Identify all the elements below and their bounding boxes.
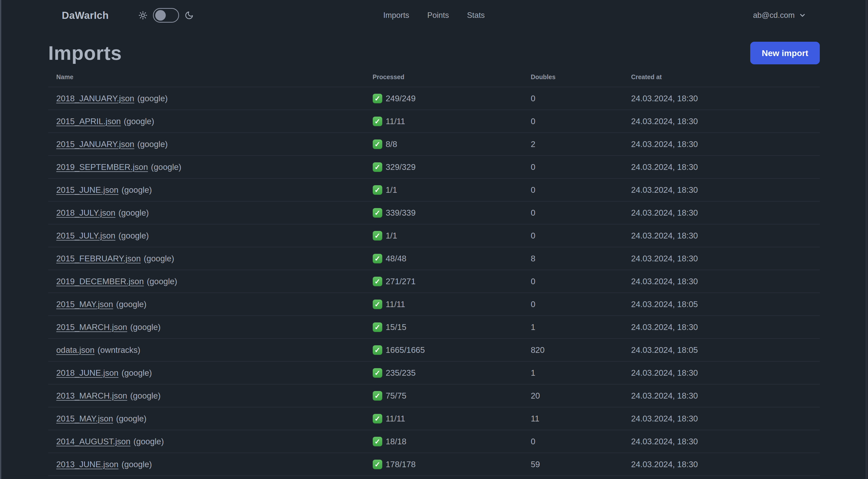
- import-source-label: (google): [124, 117, 154, 126]
- green-check-icon: ✓: [373, 368, 382, 378]
- doubles-count: 0: [523, 110, 623, 133]
- import-file-link[interactable]: 2013_MARCH.json: [56, 391, 127, 400]
- column-header-doubles: Doubles: [523, 69, 623, 87]
- name-cell: 2015_MARCH.json(google): [48, 316, 365, 338]
- processed-cell: ✓ 8/8: [365, 133, 523, 155]
- nav-link-points[interactable]: Points: [427, 11, 449, 20]
- green-check-icon: ✓: [373, 185, 382, 195]
- import-file-link[interactable]: 2015_MARCH.json: [56, 323, 127, 332]
- doubles-count: 2: [523, 133, 623, 155]
- import-file-link[interactable]: 2019_SEPTEMBER.json: [56, 162, 148, 172]
- name-cell: 2013_JUNE.json(google): [48, 453, 365, 476]
- column-header-created-at: Created at: [623, 69, 820, 87]
- processed-cell: ✓ 329/329: [365, 155, 523, 178]
- window-edge-left: [0, 0, 1, 479]
- import-file-link[interactable]: 2018_JUNE.json: [56, 368, 119, 378]
- theme-switch[interactable]: [153, 8, 179, 23]
- processed-count: 8/8: [386, 140, 397, 149]
- processed-count: 339/339: [386, 208, 416, 218]
- processed-cell: ✓ 75/75: [365, 384, 523, 407]
- import-source-label: (google): [122, 460, 152, 469]
- table-row: ✓: [48, 476, 820, 479]
- green-check-icon: ✓: [373, 277, 382, 286]
- created-at-value: 24.03.2024, 18:30: [623, 453, 820, 476]
- nav-link-stats[interactable]: Stats: [467, 11, 485, 20]
- sun-icon: [138, 11, 148, 20]
- table-row: 2014_AUGUST.json(google) ✓ 18/18 0 24.03…: [48, 430, 820, 453]
- table-row: 2019_SEPTEMBER.json(google) ✓ 329/329 0 …: [48, 155, 820, 178]
- processed-count: 178/178: [386, 460, 416, 469]
- green-check-icon: ✓: [373, 345, 382, 355]
- app-logo[interactable]: DaWarIch: [62, 10, 109, 21]
- import-file-link[interactable]: 2013_JUNE.json: [56, 460, 119, 469]
- name-cell: 2015_JULY.json(google): [48, 224, 365, 247]
- import-source-label: (google): [130, 323, 160, 332]
- import-source-label: (google): [122, 185, 152, 194]
- table-row: odata.json(owntracks) ✓ 1665/1665 820 24…: [48, 338, 820, 361]
- doubles-count: 1: [523, 316, 623, 338]
- processed-count: 329/329: [386, 162, 416, 172]
- table-row: 2015_JUNE.json(google) ✓ 1/1 0 24.03.202…: [48, 178, 820, 201]
- table-row: 2015_MAY.json(google) ✓ 11/11 0 24.03.20…: [48, 293, 820, 316]
- doubles-count: 0: [523, 430, 623, 453]
- name-cell: 2018_JANUARY.json(google): [48, 87, 365, 110]
- processed-count: 75/75: [386, 391, 407, 400]
- processed-count: 1/1: [386, 231, 397, 240]
- created-at-value: 24.03.2024, 18:30: [623, 430, 820, 453]
- processed-count: 11/11: [386, 300, 405, 309]
- processed-cell: ✓ 1665/1665: [365, 338, 523, 361]
- processed-count: 48/48: [386, 254, 407, 263]
- processed-cell: ✓: [365, 476, 523, 479]
- account-menu[interactable]: ab@cd.com: [753, 11, 806, 20]
- import-file-link[interactable]: 2018_JANUARY.json: [56, 94, 134, 103]
- import-source-label: (google): [122, 368, 152, 378]
- import-source-label: (google): [137, 140, 168, 149]
- processed-count: 11/11: [386, 414, 405, 423]
- created-at-value: 24.03.2024, 18:05: [623, 293, 820, 316]
- doubles-count: 0: [523, 201, 623, 224]
- processed-count: 15/15: [386, 323, 407, 332]
- table-row: 2015_JULY.json(google) ✓ 1/1 0 24.03.202…: [48, 224, 820, 247]
- table-row: 2015_MAY.json(google) ✓ 11/11 11 24.03.2…: [48, 407, 820, 430]
- import-source-label: (google): [116, 414, 147, 423]
- import-file-link[interactable]: 2018_JULY.json: [56, 208, 115, 217]
- table-row: 2015_APRIL.json(google) ✓ 11/11 0 24.03.…: [48, 110, 820, 133]
- processed-count: 235/235: [386, 368, 416, 378]
- chevron-down-icon: [799, 11, 806, 19]
- processed-count: 18/18: [386, 437, 407, 446]
- green-check-icon: ✓: [373, 94, 382, 103]
- import-file-link[interactable]: 2015_MAY.json: [56, 300, 113, 309]
- green-check-icon: ✓: [373, 300, 382, 309]
- nav-link-imports[interactable]: Imports: [383, 11, 409, 20]
- doubles-count: 0: [523, 293, 623, 316]
- doubles-count: 8: [523, 247, 623, 270]
- import-file-link[interactable]: 2019_DECEMBER.json: [56, 277, 144, 286]
- processed-cell: ✓ 339/339: [365, 201, 523, 224]
- import-file-link[interactable]: 2015_JUNE.json: [56, 185, 119, 194]
- import-file-link[interactable]: 2015_JANUARY.json: [56, 140, 134, 149]
- created-at-value: 24.03.2024, 18:30: [623, 407, 820, 430]
- import-file-link[interactable]: 2015_APRIL.json: [56, 117, 121, 126]
- doubles-count: 20: [523, 384, 623, 407]
- import-file-link[interactable]: 2015_FEBRUARY.json: [56, 254, 141, 263]
- table-body: 2018_JANUARY.json(google) ✓ 249/249 0 24…: [48, 87, 820, 479]
- import-file-link[interactable]: odata.json: [56, 345, 94, 355]
- green-check-icon: ✓: [373, 140, 382, 149]
- processed-count: 1/1: [386, 185, 397, 195]
- import-file-link[interactable]: 2015_MAY.json: [56, 414, 113, 423]
- table-row: 2013_MARCH.json(google) ✓ 75/75 20 24.03…: [48, 384, 820, 407]
- name-cell: 2014_AUGUST.json(google): [48, 430, 365, 453]
- name-cell: 2018_JUNE.json(google): [48, 361, 365, 384]
- theme-switch-knob: [155, 10, 166, 21]
- name-cell: odata.json(owntracks): [48, 338, 365, 361]
- green-check-icon: ✓: [373, 391, 382, 400]
- import-file-link[interactable]: 2014_AUGUST.json: [56, 437, 130, 446]
- navbar-right: ab@cd.com: [753, 11, 806, 20]
- import-file-link[interactable]: 2015_JULY.json: [56, 231, 115, 240]
- green-check-icon: ✓: [373, 162, 382, 172]
- new-import-button[interactable]: New import: [750, 42, 820, 64]
- column-header-name: Name: [48, 69, 365, 87]
- created-at-value: 24.03.2024, 18:30: [623, 247, 820, 270]
- created-at-value: 24.03.2024, 18:30: [623, 270, 820, 293]
- green-check-icon: ✓: [373, 117, 382, 126]
